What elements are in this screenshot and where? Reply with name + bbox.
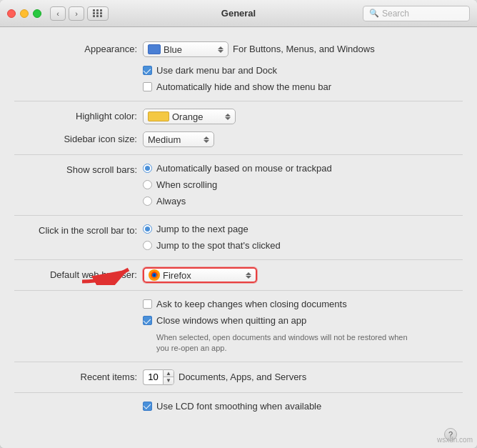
sidebar-size-select[interactable]: Medium [143,131,214,147]
click-spot-radio[interactable] [143,241,152,250]
browser-select[interactable]: Firefox [143,267,257,283]
minimize-button[interactable] [20,9,29,18]
stepper-up-button[interactable]: ▲ [164,370,174,378]
click-scroll-label: Click in the scroll bar to: [14,223,143,239]
appearance-arrow [218,46,224,53]
stepper-buttons: ▲ ▼ [163,369,174,385]
browser-row: Default web browser: [0,267,477,283]
scroll-bars-row: Show scroll bars: Automatically based on… [0,162,477,208]
auto-hide-menu-label: Automatically hide and show the menu bar [156,81,331,94]
ask-changes-row: Ask to keep changes when closing documen… [0,298,477,354]
grid-icon [93,9,103,17]
maximize-button[interactable] [33,9,41,18]
lcd-font-checkbox[interactable] [143,402,152,411]
dark-menubar-checkbox[interactable] [143,66,152,75]
watermark: wsxdn.com [437,436,473,444]
recent-items-controls: 10 ▲ ▼ Documents, Apps, and Servers [143,369,463,385]
scroll-always-label: Always [156,195,186,208]
ask-changes-controls: Ask to keep changes when closing documen… [143,298,463,354]
recent-items-row: Recent items: 10 ▲ ▼ Documents, Apps, an… [0,369,477,385]
divider-1 [14,101,463,101]
highlight-controls: Orange [143,109,463,124]
scroll-auto-label: Automatically based on mouse or trackpad [156,162,332,175]
dark-menubar-controls: Use dark menu bar and Dock Automatically… [143,64,463,94]
stepper-down-button[interactable]: ▼ [164,377,174,384]
browser-arrow-container: Firefox [143,267,257,283]
highlight-value: Orange [172,111,219,122]
scroll-bars-label: Show scroll bars: [14,162,143,178]
scroll-scrolling-label: When scrolling [156,179,217,191]
sidebar-size-row: Sidebar icon size: Medium [0,131,477,147]
browser-controls: Firefox [143,267,463,283]
close-windows-subtext: When selected, open documents and window… [156,332,413,354]
appearance-value: Blue [164,44,212,55]
highlight-row: Highlight color: Orange [0,109,477,124]
titlebar: ‹ › General 🔍 Search [0,0,477,27]
click-next-page-radio[interactable] [143,224,152,234]
browser-value: Firefox [163,270,240,281]
divider-3 [14,215,463,216]
click-scroll-row: Click in the scroll bar to: Jump to the … [0,223,477,252]
click-spot-label: Jump to the spot that's clicked [156,239,281,252]
highlight-label: Highlight color: [14,109,143,124]
window-title: General [221,8,256,19]
highlight-color-swatch [148,111,169,121]
sidebar-size-label: Sidebar icon size: [14,131,143,147]
highlight-select[interactable]: Orange [143,109,236,124]
search-placeholder: Search [382,9,409,19]
appearance-description: For Buttons, Menus, and Windows [233,43,375,56]
sidebar-size-arrow [204,136,209,143]
lcd-font-label: Use LCD font smoothing when available [156,400,321,413]
appearance-controls: Blue For Buttons, Menus, and Windows [143,41,463,57]
forward-button[interactable]: › [69,6,84,21]
browser-arrow [246,272,251,279]
scroll-auto-radio[interactable] [143,164,152,173]
scroll-bars-controls: Automatically based on mouse or trackpad… [143,162,463,208]
firefox-icon [149,269,160,281]
window-content: Appearance: Blue For Buttons, Menus, and… [0,27,477,448]
recent-items-stepper: 10 ▲ ▼ [143,369,174,385]
lcd-font-row: Use LCD font smoothing when available [0,400,477,413]
recent-items-label: Recent items: [14,369,143,385]
appearance-label: Appearance: [14,41,143,57]
click-next-page-label: Jump to the next page [156,223,248,236]
scroll-scrolling-radio[interactable] [143,180,152,189]
traffic-lights [7,9,41,18]
settings-content: Appearance: Blue For Buttons, Menus, and… [0,27,477,448]
ask-changes-label: Ask to keep changes when closing documen… [156,298,347,311]
click-scroll-controls: Jump to the next page Jump to the spot t… [143,223,463,252]
close-windows-checkbox[interactable] [143,316,152,325]
appearance-color-swatch [148,44,161,54]
grid-button[interactable] [87,6,109,21]
red-arrow [79,257,136,285]
divider-6 [14,362,463,362]
nav-buttons: ‹ › [50,6,84,21]
appearance-select[interactable]: Blue [143,41,229,57]
close-windows-label: Close windows when quitting an app [156,314,306,327]
back-button[interactable]: ‹ [50,6,66,21]
sidebar-size-value: Medium [148,134,198,145]
divider-2 [14,154,463,155]
svg-point-4 [154,274,156,277]
divider-5 [14,290,463,291]
sidebar-size-controls: Medium [143,131,463,147]
lcd-font-controls: Use LCD font smoothing when available [143,400,463,413]
ask-changes-checkbox[interactable] [143,299,152,309]
highlight-arrow [225,114,231,120]
appearance-row: Appearance: Blue For Buttons, Menus, and… [0,41,477,57]
search-icon: 🔍 [369,9,379,18]
search-box[interactable]: 🔍 Search [363,6,470,21]
dark-menubar-label: Use dark menu bar and Dock [156,64,277,77]
auto-hide-menu-checkbox[interactable] [143,82,152,91]
recent-items-description: Documents, Apps, and Servers [179,371,306,384]
close-button[interactable] [7,9,16,18]
divider-7 [14,392,463,393]
preferences-window: ‹ › General 🔍 Search Appearance: [0,0,477,448]
recent-items-value: 10 [143,369,163,385]
scroll-always-radio[interactable] [143,196,152,206]
dark-menubar-row: Use dark menu bar and Dock Automatically… [0,64,477,94]
